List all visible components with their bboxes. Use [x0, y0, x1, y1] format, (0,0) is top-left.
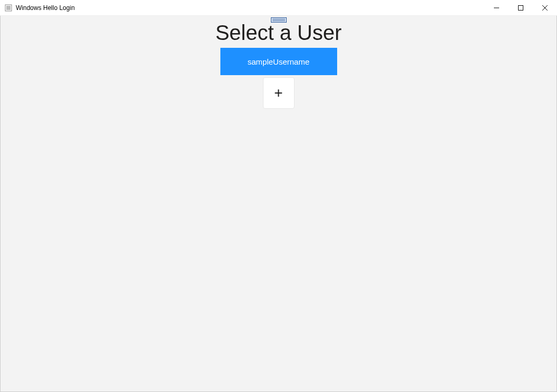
- svg-rect-3: [519, 5, 523, 10]
- window-controls: [484, 0, 557, 15]
- client-area: Select a User sampleUsername +: [0, 16, 557, 392]
- close-button[interactable]: [533, 0, 557, 15]
- add-user-button[interactable]: +: [263, 77, 295, 109]
- app-icon: [4, 4, 13, 12]
- plus-icon: +: [274, 86, 282, 100]
- keyboard-icon[interactable]: [271, 17, 287, 23]
- window-title: Windows Hello Login: [16, 4, 484, 12]
- page-title: Select a User: [215, 21, 341, 45]
- minimize-button[interactable]: [484, 0, 509, 15]
- maximize-button[interactable]: [509, 0, 533, 15]
- titlebar: Windows Hello Login: [0, 0, 557, 16]
- svg-rect-1: [6, 6, 11, 10]
- user-tile-button[interactable]: sampleUsername: [220, 48, 337, 75]
